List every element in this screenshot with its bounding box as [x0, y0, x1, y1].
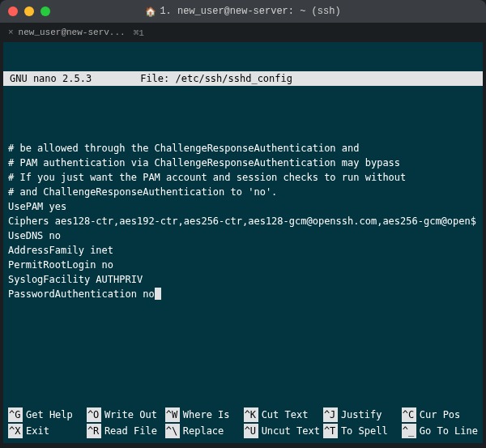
tab-shortcut: ⌘1 [134, 28, 144, 38]
window-title-text: 1. new_user@new-server: ~ (ssh) [160, 6, 340, 17]
tab-label: new_user@new-serv... [19, 28, 126, 37]
shortcut-key: ^O [87, 407, 101, 422]
shortcut-key: ^\ [165, 424, 180, 438]
home-icon: 🏠 [145, 6, 156, 17]
tab-bar: × new_user@new-serv... ⌘1 [0, 23, 486, 42]
terminal-viewport[interactable]: GNU nano 2.5.3 File: /etc/ssh/sshd_confi… [3, 42, 483, 443]
file-line: PermitRootLogin no [8, 258, 478, 272]
file-line: PasswordAuthentication no [8, 287, 478, 301]
file-line: # and ChallengeResponseAuthentication to… [8, 185, 478, 199]
nano-shortcut: ^JJustify [323, 407, 399, 422]
shortcut-key: ^W [165, 407, 180, 422]
titlebar: 🏠 1. new_user@new-server: ~ (ssh) [0, 0, 486, 23]
close-tab-icon[interactable]: × [8, 28, 14, 37]
shortcut-label: Cur Pos [420, 407, 461, 422]
file-line: # be allowed through the ChallengeRespon… [8, 141, 478, 156]
shortcut-key: ^X [8, 424, 23, 438]
file-line: # If you just want the PAM account and s… [8, 170, 478, 185]
nano-shortcut: ^GGet Help [8, 407, 83, 422]
file-line: AddressFamily inet [8, 243, 478, 258]
nano-file-label: File: /etc/ssh/sshd_config [140, 71, 292, 86]
nano-shortcuts: ^GGet Help^OWrite Out^WWhere Is^KCut Tex… [8, 407, 478, 438]
shortcut-label: Read File [104, 424, 157, 438]
file-line: SyslogFacility AUTHPRIV [8, 272, 478, 287]
file-line: # PAM authentication via ChallengeRespon… [8, 156, 478, 170]
text-cursor [155, 288, 161, 300]
shortcut-key: ^C [402, 407, 416, 422]
nano-header: GNU nano 2.5.3 File: /etc/ssh/sshd_confi… [3, 71, 483, 86]
shortcut-key: ^U [244, 424, 258, 438]
shortcut-label: Replace [183, 424, 224, 438]
terminal-tab[interactable]: × new_user@new-serv... ⌘1 [5, 26, 147, 40]
file-line: UsePAM yes [8, 199, 478, 214]
nano-shortcut: ^OWrite Out [87, 407, 162, 422]
shortcut-label: Justify [341, 407, 382, 422]
shortcut-label: To Spell [341, 424, 388, 438]
shortcut-key: ^G [8, 407, 23, 422]
maximize-window-button[interactable] [40, 6, 50, 16]
window-title: 🏠 1. new_user@new-server: ~ (ssh) [145, 6, 340, 17]
file-content: # be allowed through the ChallengeRespon… [8, 130, 478, 301]
shortcut-key: ^J [323, 407, 338, 422]
traffic-lights [8, 6, 50, 16]
close-window-button[interactable] [8, 6, 18, 16]
nano-shortcut: ^KCut Text [244, 407, 320, 422]
nano-shortcut: ^TTo Spell [323, 424, 399, 438]
nano-shortcut: ^CCur Pos [402, 407, 478, 422]
shortcut-key: ^R [87, 424, 101, 438]
nano-shortcut: ^RRead File [87, 424, 162, 438]
nano-shortcut: ^_Go To Line [402, 424, 478, 438]
nano-shortcut: ^\Replace [165, 424, 241, 438]
minimize-window-button[interactable] [24, 6, 34, 16]
nano-shortcut: ^UUncut Text [244, 424, 320, 438]
nano-version: GNU nano 2.5.3 [6, 71, 92, 86]
file-line: Ciphers aes128-ctr,aes192-ctr,aes256-ctr… [8, 214, 478, 228]
shortcut-key: ^T [323, 424, 338, 438]
shortcut-label: Where Is [183, 407, 230, 422]
shortcut-label: Exit [26, 424, 49, 438]
nano-shortcut: ^XExit [8, 424, 83, 438]
nano-shortcut: ^WWhere Is [165, 407, 241, 422]
shortcut-label: Get Help [26, 407, 73, 422]
shortcut-label: Cut Text [262, 407, 309, 422]
file-line: UseDNS no [8, 228, 478, 243]
shortcut-key: ^K [244, 407, 258, 422]
shortcut-label: Uncut Text [262, 424, 320, 438]
shortcut-label: Write Out [104, 407, 157, 422]
shortcut-key: ^_ [402, 424, 416, 438]
shortcut-label: Go To Line [420, 424, 478, 438]
